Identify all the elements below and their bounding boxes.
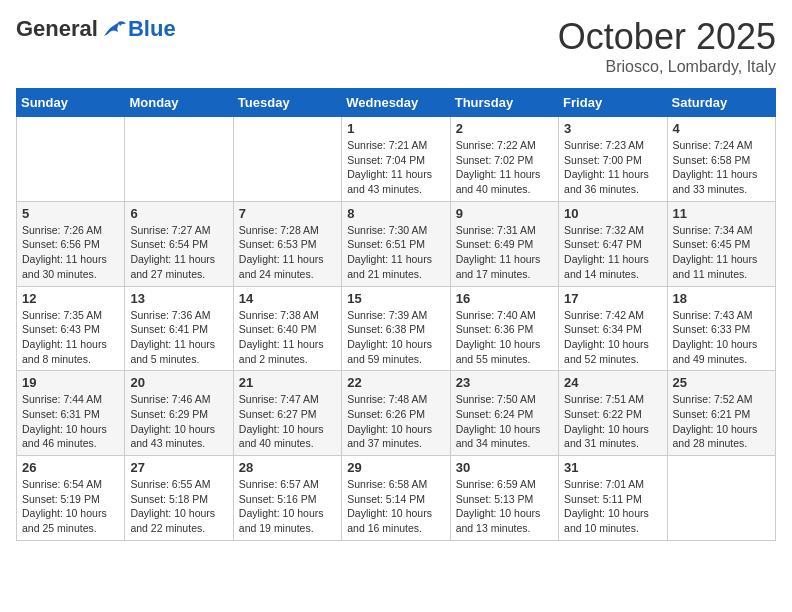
calendar-cell: 15Sunrise: 7:39 AMSunset: 6:38 PMDayligh… <box>342 286 450 371</box>
month-title: October 2025 <box>558 16 776 58</box>
day-info: Sunrise: 7:27 AMSunset: 6:54 PMDaylight:… <box>130 223 227 282</box>
day-info: Sunrise: 6:59 AMSunset: 5:13 PMDaylight:… <box>456 477 553 536</box>
day-info: Sunrise: 7:21 AMSunset: 7:04 PMDaylight:… <box>347 138 444 197</box>
day-info: Sunrise: 7:40 AMSunset: 6:36 PMDaylight:… <box>456 308 553 367</box>
day-info: Sunrise: 7:44 AMSunset: 6:31 PMDaylight:… <box>22 392 119 451</box>
calendar-cell: 20Sunrise: 7:46 AMSunset: 6:29 PMDayligh… <box>125 371 233 456</box>
day-info: Sunrise: 7:22 AMSunset: 7:02 PMDaylight:… <box>456 138 553 197</box>
day-header-thursday: Thursday <box>450 89 558 117</box>
calendar-cell: 5Sunrise: 7:26 AMSunset: 6:56 PMDaylight… <box>17 201 125 286</box>
day-number: 21 <box>239 375 336 390</box>
calendar-cell: 19Sunrise: 7:44 AMSunset: 6:31 PMDayligh… <box>17 371 125 456</box>
day-info: Sunrise: 6:55 AMSunset: 5:18 PMDaylight:… <box>130 477 227 536</box>
calendar-cell: 4Sunrise: 7:24 AMSunset: 6:58 PMDaylight… <box>667 117 775 202</box>
day-number: 16 <box>456 291 553 306</box>
day-number: 4 <box>673 121 770 136</box>
day-number: 28 <box>239 460 336 475</box>
calendar-week-row: 26Sunrise: 6:54 AMSunset: 5:19 PMDayligh… <box>17 456 776 541</box>
calendar-cell: 26Sunrise: 6:54 AMSunset: 5:19 PMDayligh… <box>17 456 125 541</box>
day-header-sunday: Sunday <box>17 89 125 117</box>
day-info: Sunrise: 7:31 AMSunset: 6:49 PMDaylight:… <box>456 223 553 282</box>
calendar-cell: 25Sunrise: 7:52 AMSunset: 6:21 PMDayligh… <box>667 371 775 456</box>
day-info: Sunrise: 7:32 AMSunset: 6:47 PMDaylight:… <box>564 223 661 282</box>
day-info: Sunrise: 6:58 AMSunset: 5:14 PMDaylight:… <box>347 477 444 536</box>
day-number: 1 <box>347 121 444 136</box>
day-header-monday: Monday <box>125 89 233 117</box>
calendar-cell: 3Sunrise: 7:23 AMSunset: 7:00 PMDaylight… <box>559 117 667 202</box>
day-number: 8 <box>347 206 444 221</box>
day-info: Sunrise: 7:35 AMSunset: 6:43 PMDaylight:… <box>22 308 119 367</box>
day-number: 25 <box>673 375 770 390</box>
day-info: Sunrise: 7:23 AMSunset: 7:00 PMDaylight:… <box>564 138 661 197</box>
day-info: Sunrise: 7:26 AMSunset: 6:56 PMDaylight:… <box>22 223 119 282</box>
calendar-cell: 31Sunrise: 7:01 AMSunset: 5:11 PMDayligh… <box>559 456 667 541</box>
day-info: Sunrise: 7:39 AMSunset: 6:38 PMDaylight:… <box>347 308 444 367</box>
calendar-week-row: 12Sunrise: 7:35 AMSunset: 6:43 PMDayligh… <box>17 286 776 371</box>
logo-blue-text: Blue <box>128 16 176 42</box>
calendar-cell: 14Sunrise: 7:38 AMSunset: 6:40 PMDayligh… <box>233 286 341 371</box>
day-header-saturday: Saturday <box>667 89 775 117</box>
day-number: 2 <box>456 121 553 136</box>
calendar-cell: 23Sunrise: 7:50 AMSunset: 6:24 PMDayligh… <box>450 371 558 456</box>
day-number: 22 <box>347 375 444 390</box>
day-header-wednesday: Wednesday <box>342 89 450 117</box>
day-number: 23 <box>456 375 553 390</box>
day-header-tuesday: Tuesday <box>233 89 341 117</box>
logo: General Blue <box>16 16 176 42</box>
day-number: 12 <box>22 291 119 306</box>
day-header-friday: Friday <box>559 89 667 117</box>
calendar-table: SundayMondayTuesdayWednesdayThursdayFrid… <box>16 88 776 541</box>
calendar-cell: 9Sunrise: 7:31 AMSunset: 6:49 PMDaylight… <box>450 201 558 286</box>
day-number: 13 <box>130 291 227 306</box>
day-number: 14 <box>239 291 336 306</box>
calendar-cell: 12Sunrise: 7:35 AMSunset: 6:43 PMDayligh… <box>17 286 125 371</box>
day-number: 6 <box>130 206 227 221</box>
calendar-cell <box>17 117 125 202</box>
calendar-cell <box>667 456 775 541</box>
day-info: Sunrise: 7:48 AMSunset: 6:26 PMDaylight:… <box>347 392 444 451</box>
calendar-cell: 6Sunrise: 7:27 AMSunset: 6:54 PMDaylight… <box>125 201 233 286</box>
calendar-cell: 27Sunrise: 6:55 AMSunset: 5:18 PMDayligh… <box>125 456 233 541</box>
calendar-cell: 28Sunrise: 6:57 AMSunset: 5:16 PMDayligh… <box>233 456 341 541</box>
location: Briosco, Lombardy, Italy <box>558 58 776 76</box>
day-number: 10 <box>564 206 661 221</box>
day-number: 15 <box>347 291 444 306</box>
calendar-cell: 16Sunrise: 7:40 AMSunset: 6:36 PMDayligh… <box>450 286 558 371</box>
day-number: 11 <box>673 206 770 221</box>
logo-bird-icon <box>100 18 128 40</box>
day-info: Sunrise: 7:28 AMSunset: 6:53 PMDaylight:… <box>239 223 336 282</box>
calendar-cell: 18Sunrise: 7:43 AMSunset: 6:33 PMDayligh… <box>667 286 775 371</box>
day-info: Sunrise: 6:54 AMSunset: 5:19 PMDaylight:… <box>22 477 119 536</box>
day-info: Sunrise: 7:46 AMSunset: 6:29 PMDaylight:… <box>130 392 227 451</box>
day-number: 26 <box>22 460 119 475</box>
day-number: 29 <box>347 460 444 475</box>
day-number: 27 <box>130 460 227 475</box>
calendar-cell: 13Sunrise: 7:36 AMSunset: 6:41 PMDayligh… <box>125 286 233 371</box>
day-number: 31 <box>564 460 661 475</box>
calendar-cell: 11Sunrise: 7:34 AMSunset: 6:45 PMDayligh… <box>667 201 775 286</box>
day-number: 7 <box>239 206 336 221</box>
calendar-cell: 24Sunrise: 7:51 AMSunset: 6:22 PMDayligh… <box>559 371 667 456</box>
calendar-cell: 2Sunrise: 7:22 AMSunset: 7:02 PMDaylight… <box>450 117 558 202</box>
calendar-cell: 10Sunrise: 7:32 AMSunset: 6:47 PMDayligh… <box>559 201 667 286</box>
day-number: 24 <box>564 375 661 390</box>
calendar-week-row: 5Sunrise: 7:26 AMSunset: 6:56 PMDaylight… <box>17 201 776 286</box>
calendar-cell <box>233 117 341 202</box>
calendar-cell: 1Sunrise: 7:21 AMSunset: 7:04 PMDaylight… <box>342 117 450 202</box>
day-info: Sunrise: 7:30 AMSunset: 6:51 PMDaylight:… <box>347 223 444 282</box>
day-number: 17 <box>564 291 661 306</box>
day-info: Sunrise: 7:47 AMSunset: 6:27 PMDaylight:… <box>239 392 336 451</box>
day-number: 9 <box>456 206 553 221</box>
day-number: 20 <box>130 375 227 390</box>
calendar-week-row: 19Sunrise: 7:44 AMSunset: 6:31 PMDayligh… <box>17 371 776 456</box>
day-info: Sunrise: 7:52 AMSunset: 6:21 PMDaylight:… <box>673 392 770 451</box>
calendar-header-row: SundayMondayTuesdayWednesdayThursdayFrid… <box>17 89 776 117</box>
calendar-cell <box>125 117 233 202</box>
day-info: Sunrise: 7:43 AMSunset: 6:33 PMDaylight:… <box>673 308 770 367</box>
calendar-cell: 29Sunrise: 6:58 AMSunset: 5:14 PMDayligh… <box>342 456 450 541</box>
logo-general-text: General <box>16 16 98 42</box>
day-info: Sunrise: 7:01 AMSunset: 5:11 PMDaylight:… <box>564 477 661 536</box>
day-info: Sunrise: 7:42 AMSunset: 6:34 PMDaylight:… <box>564 308 661 367</box>
day-info: Sunrise: 6:57 AMSunset: 5:16 PMDaylight:… <box>239 477 336 536</box>
calendar-cell: 21Sunrise: 7:47 AMSunset: 6:27 PMDayligh… <box>233 371 341 456</box>
